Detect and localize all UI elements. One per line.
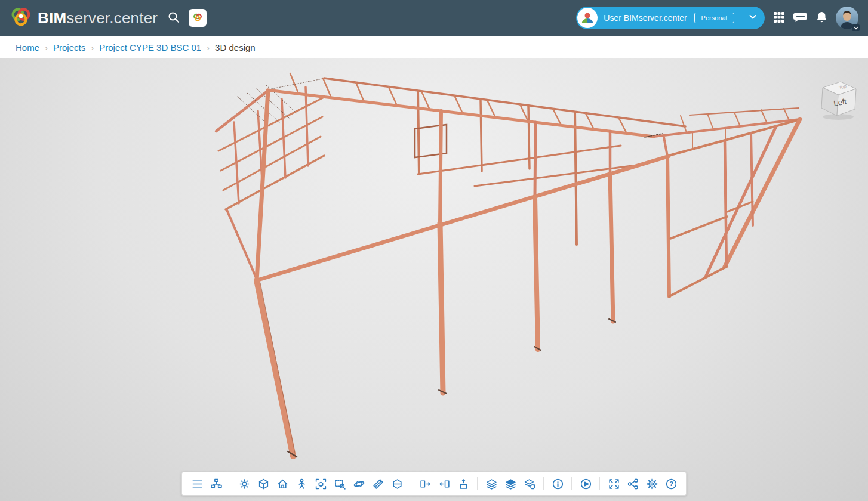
header-right-group: User BIMserver.center Personal: [576, 7, 858, 29]
toolbar-separator: [477, 477, 478, 490]
share-icon: [627, 478, 639, 490]
search-icon: [167, 11, 180, 26]
toolbar-clip-side-button[interactable]: [435, 476, 453, 491]
toolbar-separator: [599, 477, 600, 490]
toolbar-section-box-button[interactable]: [388, 476, 406, 491]
model-3d-viewport[interactable]: Top Left: [0, 58, 868, 501]
chat-bubble-icon: [793, 11, 808, 26]
toolbar-separator: [543, 477, 544, 490]
toolbar-layer-visibility-button[interactable]: [501, 476, 519, 491]
section-box-icon: [391, 478, 404, 490]
avatar-chevron-icon: [852, 24, 860, 31]
apps-grid-button[interactable]: [772, 11, 786, 26]
toolbar-share-button[interactable]: [624, 476, 642, 491]
breadcrumb-separator-icon: ›: [39, 42, 53, 52]
brand-logo-home[interactable]: BIMserver.center: [10, 5, 158, 30]
page: BIMserver.center: [0, 0, 868, 501]
user-pill-avatar: [577, 8, 598, 28]
toolbar-home-view-button[interactable]: [273, 476, 291, 491]
user-name: User BIMserver.center: [598, 13, 694, 23]
chevron-down-icon: [748, 12, 758, 24]
breadcrumb-separator-icon: ›: [201, 42, 215, 52]
toolbar-zoom-extents-button[interactable]: [312, 476, 330, 491]
view-cube[interactable]: Top Left: [814, 75, 858, 122]
account-type-badge: Personal: [694, 13, 734, 23]
layer-visibility-icon: [504, 478, 517, 490]
toolbar-menu-button[interactable]: [188, 476, 206, 491]
brand-title: BIMserver.center: [38, 9, 158, 27]
isometric-cube-icon: [257, 478, 270, 490]
toolbar-isometric-view-button[interactable]: [254, 476, 272, 491]
store-button[interactable]: [189, 9, 207, 27]
store-icon: [191, 11, 204, 26]
toolbar-fullscreen-button[interactable]: [605, 476, 623, 491]
toolbar-separator: [230, 477, 230, 490]
toolbar-measure-button[interactable]: [369, 476, 387, 491]
menu-icon: [191, 478, 204, 490]
toolbar-zoom-window-button[interactable]: [331, 476, 349, 491]
toolbar-information-button[interactable]: [549, 476, 567, 491]
info-icon: [552, 478, 564, 490]
first-person-icon: [296, 478, 308, 490]
help-icon: [665, 478, 678, 490]
play-icon: [580, 478, 592, 490]
zoom-window-icon: [334, 478, 346, 490]
toolbar-clip-front-button[interactable]: [416, 476, 434, 491]
breadcrumb-separator-icon: ›: [85, 42, 99, 52]
apps-grid-icon: [772, 11, 786, 26]
zoom-extents-icon: [315, 478, 327, 490]
breadcrumb-current-page: 3D design: [215, 42, 256, 52]
toolbar-layer-link-button[interactable]: [521, 476, 538, 491]
gear-icon: [646, 478, 658, 490]
steel-structure-model: [0, 58, 868, 501]
viewer-toolbar: ?: [181, 472, 687, 496]
bimserver-logo-icon: [10, 5, 32, 30]
orbit-icon: [353, 478, 365, 490]
clip-side-icon: [438, 478, 451, 490]
toolbar-first-person-button[interactable]: [293, 476, 310, 491]
breadcrumb-home-link[interactable]: Home: [16, 42, 39, 52]
toolbar-separator: [411, 477, 411, 490]
clip-front-icon: [419, 478, 432, 490]
messages-button[interactable]: [793, 11, 808, 26]
pill-divider: [741, 11, 741, 25]
user-account-pill[interactable]: User BIMserver.center Personal: [576, 7, 765, 29]
toolbar-animation-button[interactable]: [577, 476, 595, 491]
top-bar: BIMserver.center: [0, 0, 868, 36]
toolbar-orbit-button[interactable]: [350, 476, 368, 491]
notifications-button[interactable]: [815, 11, 828, 26]
bell-icon: [815, 11, 828, 26]
profile-avatar[interactable]: [836, 7, 858, 29]
home-view-icon: [276, 478, 289, 490]
breadcrumb-project-link[interactable]: Project CYPE 3D BSC 01: [99, 42, 201, 52]
layers-icon: [485, 478, 498, 490]
toolbar-project-tree-button[interactable]: [207, 476, 225, 491]
toolbar-help-button[interactable]: [662, 476, 680, 491]
search-button[interactable]: [167, 11, 180, 26]
fullscreen-icon: [608, 478, 620, 490]
layer-link-icon: [524, 478, 536, 490]
breadcrumb-projects-link[interactable]: Projects: [53, 42, 85, 52]
breadcrumb: Home › Projects › Project CYPE 3D BSC 01…: [0, 36, 868, 58]
toolbar-settings-button[interactable]: [643, 476, 661, 491]
toolbar-separator: [571, 477, 572, 490]
measure-icon: [372, 478, 384, 490]
clip-plan-icon: [457, 478, 470, 490]
toolbar-clip-plan-button[interactable]: [454, 476, 472, 491]
brightness-icon: [238, 478, 251, 490]
project-tree-icon: [210, 478, 223, 490]
toolbar-brightness-button[interactable]: [235, 476, 253, 491]
toolbar-layers-button[interactable]: [482, 476, 500, 491]
